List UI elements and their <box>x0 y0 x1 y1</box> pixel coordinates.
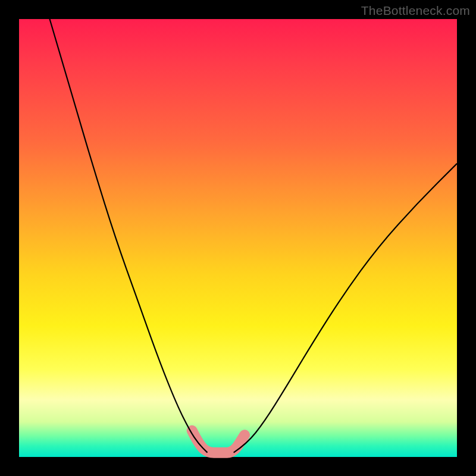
right-curve-path <box>234 164 457 453</box>
valley-band-path <box>192 431 245 453</box>
plot-area <box>19 19 457 457</box>
attribution-label: TheBottleneck.com <box>361 4 470 18</box>
chart-svg <box>19 19 457 457</box>
left-curve-path <box>50 19 208 453</box>
chart-frame: TheBottleneck.com <box>0 0 476 476</box>
